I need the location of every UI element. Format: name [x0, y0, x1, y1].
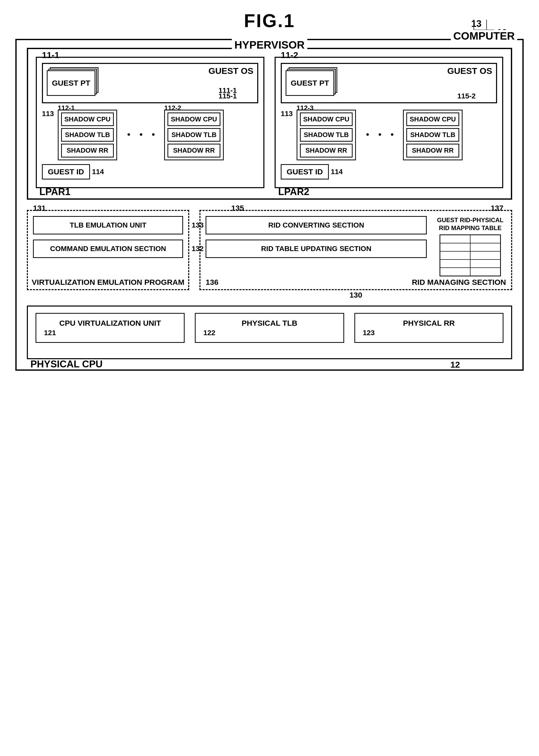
ref-137: 137: [491, 204, 503, 212]
lpar1-shadow-rr-1: SHADOW RR: [61, 144, 114, 157]
computer-container: 13 10 COMPUTER HYPERVISOR 11-1 GUEST OS: [15, 39, 524, 371]
lpar1-guest-pt-front: GUEST PT: [47, 70, 95, 96]
lpar2-ref: 11-2: [281, 50, 298, 60]
rid-managing-box: 135 137 RID CONVERTING SECTION RID TABLE…: [199, 210, 512, 290]
lpar2-shadow-tlb-1: SHADOW TLB: [300, 128, 353, 142]
lpar1-shadow-block-2: SHADOW CPU SHADOW TLB SHADOW RR: [164, 110, 224, 160]
hypervisor-label: HYPERVISOR: [232, 39, 307, 51]
lpar1-label: LPAR1: [39, 187, 71, 197]
mapping-table-row-3: [440, 252, 500, 260]
lpar2-shadow-cpu-1: SHADOW CPU: [300, 113, 353, 126]
lpar1-box: 11-1 GUEST OS GUEST PT 111-1 115-1: [36, 57, 265, 188]
ref-114-lpar2: 114: [331, 168, 343, 176]
hypervisor-container: HYPERVISOR 11-1 GUEST OS GUEST PT 1: [27, 48, 512, 200]
lpar2-shadow-block-2: SHADOW CPU SHADOW TLB SHADOW RR: [403, 110, 463, 160]
rid-converting-section: RID CONVERTING SECTION: [205, 216, 427, 234]
ref-114-lpar1: 114: [92, 168, 104, 176]
lpar1-ref: 11-1: [42, 50, 59, 60]
lpar1-shadow-cpu-1: SHADOW CPU: [61, 113, 114, 126]
lpar2-shadow-cpu-2: SHADOW CPU: [406, 113, 459, 126]
rid-managing-label: RID MANAGING SECTION: [412, 278, 506, 287]
lpar1-shadow-block-1: SHADOW CPU SHADOW TLB SHADOW RR: [58, 110, 117, 160]
lpar2-shadow-tlb-2: SHADOW TLB: [406, 128, 459, 142]
mapping-table-cell-4-1: [440, 260, 471, 267]
mapping-table-cell-3-2: [471, 252, 500, 259]
lpar2-guest-id-box: GUEST ID: [281, 164, 329, 180]
dots-lpar2: ・・・: [358, 127, 400, 143]
physical-row: CPU VIRTUALIZATION UNIT 121 PHYSICAL TLB…: [36, 313, 503, 343]
ref-121: 121: [44, 329, 176, 337]
tlb-emul-box: TLB EMULATION UNIT: [33, 216, 183, 234]
lpar2-shadow-block-1: SHADOW CPU SHADOW TLB SHADOW RR: [297, 110, 356, 160]
lpar2-guest-os-label: GUEST OS: [447, 66, 492, 76]
lpar2-label: LPAR2: [278, 187, 309, 197]
rid-table-updating-section: RID TABLE UPDATING SECTION: [205, 240, 427, 258]
lpar1-guest-pt-stack: GUEST PT: [47, 70, 95, 96]
mapping-table: [439, 234, 501, 276]
bottom-section: 131 TLB EMULATION UNIT 133 COMMAND EMULA…: [27, 210, 512, 290]
lpar1-guest-id-box: GUEST ID: [42, 164, 90, 180]
mapping-table-row-2: [440, 243, 500, 252]
lpar1-guest-os-label: GUEST OS: [208, 66, 253, 76]
lpar1-shadow-rr-2: SHADOW RR: [168, 144, 220, 157]
dots-lpar1: ・・・: [120, 127, 162, 143]
lpar-row: 11-1 GUEST OS GUEST PT 111-1 115-1: [36, 57, 503, 188]
rid-left: RID CONVERTING SECTION RID TABLE UPDATIN…: [205, 216, 427, 258]
ref-115-2: 115-2: [457, 92, 476, 100]
lpar2-guest-os-box: GUEST OS GUEST PT 115-2: [281, 63, 497, 103]
mapping-table-cell-1-1: [440, 235, 471, 243]
ref-123: 123: [363, 329, 495, 337]
mapping-table-row-5: [440, 268, 500, 275]
lpar2-box: 11-2 GUEST OS GUEST PT 115-2: [274, 57, 503, 188]
ref-131: 131: [33, 204, 46, 212]
ref-113-lpar2: 113: [281, 110, 293, 118]
cmd-emul-box: COMMAND EMULATION SECTION: [33, 240, 183, 258]
lpar1-shadow-cpu-2: SHADOW CPU: [168, 113, 220, 126]
mapping-table-cell-5-1: [440, 268, 471, 275]
lpar2-guest-id-row: GUEST ID 114: [281, 164, 497, 180]
ref-122: 122: [203, 329, 336, 337]
mapping-table-cell-2-1: [440, 243, 471, 251]
cpu-virt-unit-box: CPU VIRTUALIZATION UNIT 121: [36, 313, 185, 343]
physical-tlb-box: PHYSICAL TLB 122: [195, 313, 344, 343]
ref-135: 135: [231, 204, 244, 212]
lpar1-guest-id-row: GUEST ID 114: [42, 164, 258, 180]
lpar1-guest-os-box: GUEST OS GUEST PT 111-1 115-1: [42, 63, 258, 103]
mapping-table-row-1: [440, 235, 500, 243]
lpar2-shadow-rr-2: SHADOW RR: [406, 144, 459, 157]
computer-label: COMPUTER: [451, 30, 517, 42]
physical-cpu-container: CPU VIRTUALIZATION UNIT 121 PHYSICAL TLB…: [27, 306, 512, 359]
ref-130: 130: [349, 291, 362, 299]
physical-rr-box: PHYSICAL RR 123: [354, 313, 503, 343]
ref-113-lpar1: 113: [42, 110, 54, 118]
lpar1-shadow-tlb-2: SHADOW TLB: [168, 128, 220, 142]
physical-cpu-label: PHYSICAL CPU: [31, 359, 103, 370]
mapping-table-row-4: [440, 260, 500, 268]
virt-emul-label: VIRTUALIZATION EMULATION PROGRAM: [32, 278, 184, 287]
virt-emul-box: 131 TLB EMULATION UNIT 133 COMMAND EMULA…: [27, 210, 189, 290]
lpar2-shadow-rr-1: SHADOW RR: [300, 144, 353, 157]
rid-inner-row: RID CONVERTING SECTION RID TABLE UPDATIN…: [205, 216, 506, 276]
mapping-table-label: GUEST RID-PHYSICAL RID MAPPING TABLE: [434, 216, 506, 232]
mapping-table-cell-4-2: [471, 260, 500, 267]
rid-right: GUEST RID-PHYSICAL RID MAPPING TABLE: [434, 216, 506, 276]
mapping-table-cell-5-2: [471, 268, 500, 275]
mapping-table-cell-2-2: [471, 243, 500, 251]
lpar1-shadow-tlb-1: SHADOW TLB: [61, 128, 114, 142]
mapping-table-cell-3-1: [440, 252, 471, 259]
lpar2-guest-pt-front: GUEST PT: [286, 70, 334, 96]
ref-115-1: 115-1: [218, 92, 237, 100]
ref-12: 12: [450, 360, 460, 370]
mapping-table-cell-1-2: [471, 235, 500, 243]
ref-136: 136: [205, 278, 218, 287]
page-title: FIG.1: [244, 10, 295, 31]
lpar2-guest-pt-stack: GUEST PT: [286, 70, 334, 96]
